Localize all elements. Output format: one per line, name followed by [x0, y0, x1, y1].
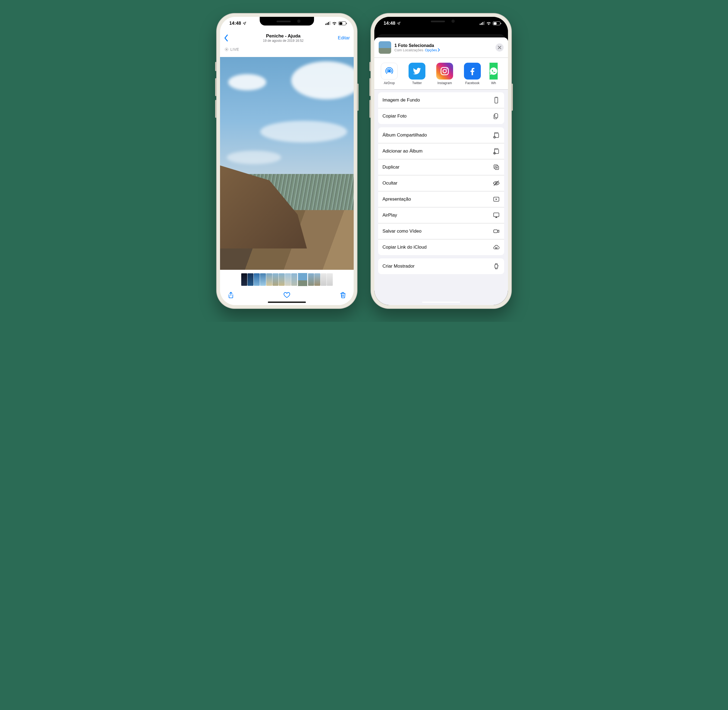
header-thumbnail: [379, 41, 391, 54]
svg-point-3: [388, 70, 391, 72]
app-label: Wh: [491, 81, 496, 85]
nav-subtitle: 19 de agosto de 2019 16:52: [229, 39, 338, 43]
thumbnail[interactable]: [314, 273, 320, 286]
home-indicator[interactable]: [422, 302, 460, 303]
trash-icon[interactable]: [339, 291, 347, 299]
thumbnail[interactable]: [266, 273, 272, 286]
device-left: 14:48 Peniche - Ajuda 19 de agosto de 20…: [216, 13, 357, 309]
action-duplicate[interactable]: Duplicar: [378, 159, 504, 175]
action-wallpaper[interactable]: Imagem de Fundo: [378, 92, 504, 108]
action-hide[interactable]: Ocultar: [378, 175, 504, 191]
thumbnail[interactable]: [321, 273, 326, 286]
share-icon[interactable]: [227, 291, 235, 299]
app-whatsapp[interactable]: Wh: [490, 63, 498, 85]
icloud-link-icon: [493, 244, 500, 251]
thumbnail[interactable]: [285, 273, 291, 286]
app-label: AirDrop: [384, 81, 395, 85]
close-button[interactable]: [496, 43, 504, 51]
instagram-icon: [440, 66, 450, 76]
svg-rect-8: [496, 98, 497, 98]
action-label: Copiar Foto: [382, 113, 407, 119]
action-create-watch-face[interactable]: Criar Mostrador: [378, 258, 504, 274]
action-label: Criar Mostrador: [382, 264, 415, 269]
action-add-to-album[interactable]: Adicionar ao Álbum: [378, 143, 504, 159]
share-sheet: 1 Foto Selecionada Com Localizações Opçõ…: [374, 37, 508, 305]
app-instagram[interactable]: Instagram: [434, 63, 455, 85]
action-save-video[interactable]: Salvar como Vídeo: [378, 223, 504, 239]
thumbnail[interactable]: [279, 273, 285, 286]
app-facebook[interactable]: Facebook: [462, 63, 483, 85]
shared-album-icon: [493, 132, 500, 139]
svg-point-6: [446, 68, 447, 69]
action-airplay[interactable]: AirPlay: [378, 207, 504, 223]
svg-rect-20: [495, 265, 498, 268]
app-airdrop[interactable]: AirDrop: [379, 63, 400, 85]
action-label: Álbum Compartilhado: [382, 132, 427, 138]
share-apps-row[interactable]: AirDrop Twitter Instagram: [374, 58, 508, 89]
cellular-icon: [325, 22, 330, 25]
whatsapp-icon: [490, 66, 498, 76]
applewatch-icon: [493, 263, 500, 270]
twitter-icon: [412, 66, 422, 76]
svg-point-0: [226, 49, 227, 50]
device-right: 14:48 1 Foto Selecionada Com Localizaçõe…: [371, 13, 512, 309]
iphone-icon: [493, 97, 500, 104]
svg-rect-18: [494, 213, 499, 217]
thumbnail[interactable]: [327, 273, 333, 286]
action-label: Adicionar ao Álbum: [382, 148, 422, 154]
status-time: 14:48: [384, 21, 395, 26]
live-icon: [224, 47, 229, 51]
action-copy-photo[interactable]: Copiar Foto: [378, 108, 504, 124]
chevron-right-icon: [438, 48, 440, 51]
action-group-3: Criar Mostrador: [378, 258, 504, 274]
duplicate-icon: [493, 164, 500, 171]
action-slideshow[interactable]: Apresentação: [378, 191, 504, 207]
thumbnail[interactable]: [260, 273, 266, 286]
app-label: Twitter: [412, 81, 422, 85]
thumbnail[interactable]: [254, 273, 260, 286]
heart-icon[interactable]: [283, 291, 291, 299]
action-group-2: Álbum Compartilhado Adicionar ao Álbum D…: [378, 127, 504, 255]
home-indicator[interactable]: [268, 302, 306, 303]
cellular-icon: [480, 22, 485, 25]
action-group-1: Imagem de Fundo Copiar Foto: [378, 92, 504, 124]
app-twitter[interactable]: Twitter: [406, 63, 428, 85]
thumbnail[interactable]: [308, 273, 314, 286]
thumbnail-strip[interactable]: [220, 272, 354, 287]
play-rectangle-icon: [493, 196, 500, 203]
options-button[interactable]: Opções: [425, 48, 440, 52]
facebook-icon: [468, 66, 477, 76]
action-label: Duplicar: [382, 164, 399, 170]
svg-rect-21: [498, 266, 499, 266]
location-icon: [243, 21, 246, 25]
wifi-icon: [332, 21, 337, 25]
action-icloud-link[interactable]: Copiar Link do iCloud: [378, 239, 504, 255]
back-button[interactable]: [224, 34, 229, 42]
svg-rect-4: [441, 67, 449, 75]
airplay-icon: [493, 212, 500, 219]
nav-title: Peniche - Ajuda: [229, 34, 338, 39]
options-label: Opções: [425, 48, 437, 52]
action-shared-album[interactable]: Álbum Compartilhado: [378, 127, 504, 143]
share-sheet-header: 1 Foto Selecionada Com Localizações Opçõ…: [374, 37, 508, 58]
thumbnail[interactable]: [241, 273, 247, 286]
share-actions[interactable]: Imagem de Fundo Copiar Foto Álbum Compar…: [374, 89, 508, 282]
thumbnail[interactable]: [247, 273, 253, 286]
action-label: Copiar Link do iCloud: [382, 245, 427, 250]
location-icon: [397, 21, 401, 25]
share-title: 1 Foto Selecionada: [394, 43, 492, 48]
edit-button[interactable]: Editar: [338, 35, 350, 41]
action-label: Apresentação: [382, 197, 411, 202]
action-label: Salvar como Vídeo: [382, 229, 422, 234]
wifi-icon: [486, 21, 491, 25]
svg-rect-19: [494, 230, 497, 233]
thumbnail-selected[interactable]: [297, 273, 308, 287]
doc-on-doc-icon: [493, 113, 500, 120]
share-subtitle: Com Localizações: [394, 48, 423, 52]
thumbnail[interactable]: [272, 273, 278, 286]
action-label: Ocultar: [382, 180, 397, 186]
thumbnail[interactable]: [291, 273, 297, 286]
svg-rect-7: [495, 97, 498, 103]
chevron-left-icon: [224, 34, 229, 42]
photo-content[interactable]: [220, 57, 354, 270]
